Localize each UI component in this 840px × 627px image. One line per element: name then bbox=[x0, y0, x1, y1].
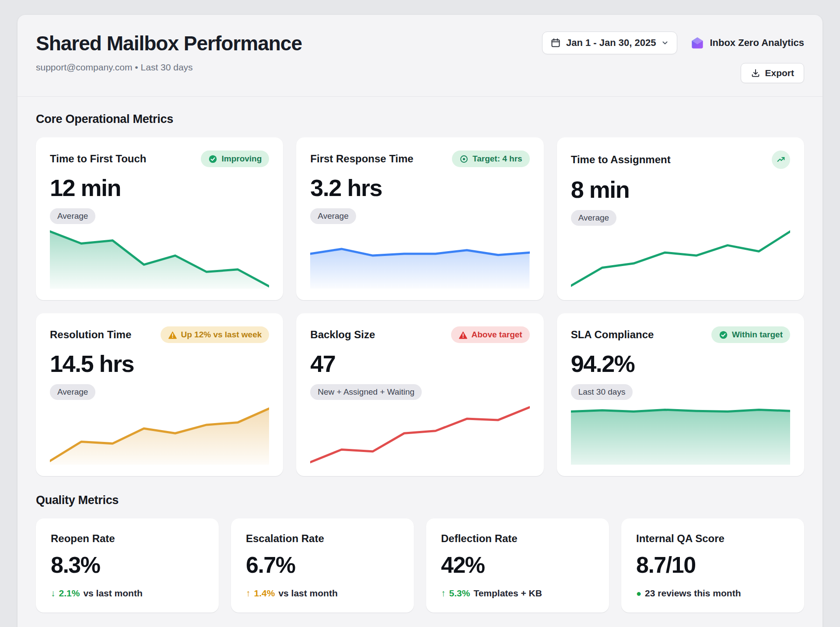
metric-context-pill: Average bbox=[50, 208, 95, 224]
metric-card-time-to-assignment: Time to Assignment 8 min Average bbox=[557, 137, 804, 300]
page-title: Shared Mailbox Performance bbox=[36, 32, 302, 55]
metric-title: SLA Compliance bbox=[571, 329, 654, 341]
metric-title: Internal QA Score bbox=[636, 532, 789, 545]
warning-triangle-icon bbox=[458, 330, 468, 340]
metric-context-pill: New + Assigned + Waiting bbox=[310, 384, 422, 400]
quality-card-deflection-rate: Deflection Rate 42% ↑ 5.3% Templates + K… bbox=[426, 518, 609, 613]
badge-label: Improving bbox=[221, 154, 262, 164]
export-button[interactable]: Export bbox=[741, 63, 804, 83]
header: Shared Mailbox Performance support@compa… bbox=[18, 15, 822, 97]
metric-card-first-response-time: First Response Time Target: 4 hrs 3.2 hr… bbox=[296, 137, 543, 300]
delta-percent: 2.1% bbox=[59, 588, 80, 599]
main-content: Core Operational Metrics Time to First T… bbox=[18, 97, 822, 627]
metric-title: Resolution Time bbox=[50, 329, 131, 341]
metric-title: Time to Assignment bbox=[571, 154, 671, 166]
quality-card-internal-qa-score: Internal QA Score 8.7/10 ● 23 reviews th… bbox=[621, 518, 804, 613]
sparkline-chart bbox=[571, 228, 790, 289]
status-badge-warning: Up 12% vs last week bbox=[161, 326, 270, 343]
delta-text: Templates + KB bbox=[473, 588, 542, 599]
metric-card-sla-compliance: SLA Compliance Within target 94.2% Last … bbox=[557, 313, 804, 476]
dashboard-container: Shared Mailbox Performance support@compa… bbox=[18, 15, 822, 627]
metric-context-pill: Average bbox=[50, 384, 95, 400]
trend-up-badge bbox=[772, 151, 790, 169]
check-circle-icon bbox=[719, 330, 728, 340]
delta-row: ● 23 reviews this month bbox=[636, 588, 789, 599]
metric-title: First Response Time bbox=[310, 153, 413, 165]
arrow-down-icon: ↓ bbox=[51, 588, 56, 599]
arrow-up-icon: ↑ bbox=[246, 588, 251, 599]
metric-title: Reopen Rate bbox=[51, 532, 204, 545]
arrow-up-icon: ↑ bbox=[441, 588, 446, 599]
section-title-quality: Quality Metrics bbox=[36, 494, 804, 507]
metric-title: Escalation Rate bbox=[246, 532, 399, 545]
delta-percent: 5.3% bbox=[449, 588, 470, 599]
status-badge-above-target: Above target bbox=[451, 326, 530, 343]
quality-metrics-grid: Reopen Rate 8.3% ↓ 2.1% vs last month Es… bbox=[36, 518, 804, 613]
metric-context-pill: Last 30 days bbox=[571, 384, 633, 400]
warning-triangle-icon bbox=[168, 330, 177, 340]
quality-card-escalation-rate: Escalation Rate 6.7% ↑ 1.4% vs last mont… bbox=[231, 518, 414, 613]
metric-title: Deflection Rate bbox=[441, 532, 594, 545]
metric-title: Backlog Size bbox=[310, 329, 375, 341]
trend-up-icon bbox=[776, 155, 786, 165]
check-circle-icon bbox=[208, 154, 217, 164]
sparkline-chart bbox=[310, 404, 529, 465]
section-title-core: Core Operational Metrics bbox=[36, 112, 804, 126]
status-dot-icon: ● bbox=[636, 588, 641, 599]
delta-row: ↑ 5.3% Templates + KB bbox=[441, 588, 594, 599]
export-label: Export bbox=[765, 68, 794, 78]
download-icon bbox=[751, 68, 760, 78]
sparkline-chart bbox=[310, 228, 529, 289]
delta-row: ↑ 1.4% vs last month bbox=[246, 588, 399, 599]
calendar-icon bbox=[550, 38, 561, 48]
metric-value: 47 bbox=[310, 350, 529, 377]
date-range-picker[interactable]: Jan 1 - Jan 30, 2025 bbox=[542, 32, 677, 54]
metric-value: 8 min bbox=[571, 176, 790, 203]
status-badge-improving: Improving bbox=[201, 151, 269, 167]
metric-card-backlog-size: Backlog Size Above target 47 New + bbox=[296, 313, 543, 476]
sparkline-chart bbox=[571, 404, 790, 465]
metric-value: 3.2 hrs bbox=[310, 174, 529, 201]
inbox-zero-logo-icon bbox=[690, 36, 704, 50]
badge-label: Within target bbox=[732, 330, 783, 340]
metric-value: 14.5 hrs bbox=[50, 350, 269, 377]
metric-context-pill: Average bbox=[310, 208, 356, 224]
badge-label: Target: 4 hrs bbox=[472, 154, 522, 164]
metric-value: 8.7/10 bbox=[636, 552, 789, 578]
header-right: Jan 1 - Jan 30, 2025 bbox=[542, 32, 804, 83]
metric-value: 6.7% bbox=[246, 552, 399, 578]
metric-value: 94.2% bbox=[571, 350, 790, 377]
metric-value: 8.3% bbox=[51, 552, 204, 578]
quality-card-reopen-rate: Reopen Rate 8.3% ↓ 2.1% vs last month bbox=[36, 518, 219, 613]
metric-context-pill: Average bbox=[571, 210, 616, 226]
delta-text: 23 reviews this month bbox=[645, 588, 741, 599]
core-metrics-grid: Time to First Touch Improving 12 min Ave… bbox=[36, 137, 804, 476]
metric-value: 12 min bbox=[50, 174, 269, 201]
delta-text: vs last month bbox=[278, 588, 337, 599]
chevron-down-icon bbox=[661, 39, 669, 47]
delta-percent: 1.4% bbox=[254, 588, 275, 599]
brand-label: Inbox Zero Analytics bbox=[710, 37, 804, 49]
delta-text: vs last month bbox=[83, 588, 142, 599]
page-subtitle: support@company.com • Last 30 days bbox=[36, 62, 302, 73]
delta-row: ↓ 2.1% vs last month bbox=[51, 588, 204, 599]
status-badge-within-target: Within target bbox=[711, 326, 790, 343]
badge-label: Above target bbox=[472, 330, 522, 340]
sparkline-chart bbox=[50, 404, 269, 465]
target-icon bbox=[459, 154, 469, 164]
sparkline-chart bbox=[50, 228, 269, 289]
metric-value: 42% bbox=[441, 552, 594, 578]
brand: Inbox Zero Analytics bbox=[690, 36, 804, 50]
metric-title: Time to First Touch bbox=[50, 153, 146, 165]
status-badge-target: Target: 4 hrs bbox=[452, 151, 530, 167]
header-left: Shared Mailbox Performance support@compa… bbox=[36, 32, 302, 73]
metric-card-resolution-time: Resolution Time Up 12% vs last week 14.5… bbox=[36, 313, 283, 476]
metric-card-time-to-first-touch: Time to First Touch Improving 12 min Ave… bbox=[36, 137, 283, 300]
badge-label: Up 12% vs last week bbox=[181, 330, 262, 340]
date-range-label: Jan 1 - Jan 30, 2025 bbox=[566, 37, 656, 49]
